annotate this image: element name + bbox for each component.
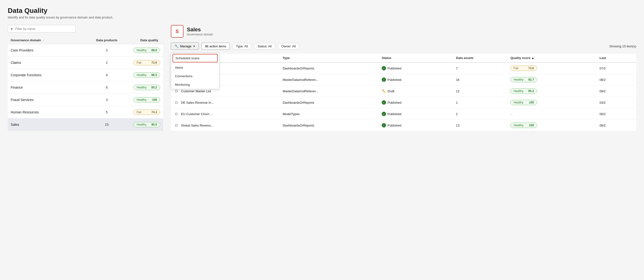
th-last[interactable]: Last [597,54,636,62]
domain-row-quality: Healthy 89.6 [121,48,160,53]
domain-list-item[interactable]: Finance 6 Healthy 93.2 [8,81,163,94]
quality-badge: Healthy 95.2 [510,88,537,94]
domain-list-item[interactable]: Fraud Services 3 Healthy 100 [8,94,163,106]
quality-status: Healthy [136,98,146,102]
th-status[interactable]: Status [379,54,453,62]
manage-dropdown-wrap: 🔧 Manage ▼ Scheduled scans Alerts Connec… [171,43,199,50]
domain-list-item[interactable]: Corporate Functions 4 Healthy 86.5 [8,69,163,81]
domain-type: Governance domain [187,33,213,36]
table-cell-status: ✓Published [379,74,453,86]
quality-status: Healthy [514,124,524,127]
table-cell-last: 08/2 [597,120,636,131]
status-label: Published [388,78,401,82]
table-cell-name: ⊡ EU Customer Churn ... [171,108,280,120]
domain-row-products: 15 [92,123,121,127]
status-filter-pill[interactable]: Status: All [254,43,275,50]
draft-icon: ✏️ [382,89,386,93]
filter-input[interactable] [8,25,76,33]
quality-score: 73.6 [528,67,534,70]
table-row[interactable]: ⊡ DE Sales Revenue In... DashboardsOrRep… [171,97,636,108]
table-cell-type: DashboardsOrReports [280,97,379,108]
quality-badge: Healthy 92.7 [510,77,537,82]
quality-badge: Healthy 100 [134,97,160,103]
quality-score: 100 [152,98,157,102]
table-header-row: Type Status Data assets Quality score ▲ … [171,54,636,62]
table-cell-status: ✓Published [379,108,453,120]
action-items-button[interactable]: 86 action items [202,43,230,50]
th-quality[interactable]: Quality score ▲ [508,54,596,62]
table-cell-quality: -- [508,108,596,120]
dropdown-item-alerts[interactable]: Alerts [171,63,219,72]
table-cell-quality: Fair 73.6 [508,62,596,74]
quality-score: 89.6 [152,49,157,52]
table-row[interactable]: ⊡ Customer Master List MasterDataAndRefe… [171,86,636,97]
filter-icon: ▼ [10,27,13,31]
domain-row-quality: Healthy 90.5 [121,122,160,127]
domain-row-name: Human Resources [11,110,92,114]
quality-status: Healthy [136,49,146,52]
quality-badge: Healthy 90.5 [134,122,160,127]
domain-avatar: S [171,25,184,38]
table-cell-type: ModelTypes [280,108,379,120]
left-panel: ▼ Governance domain ↑ Data products Data… [8,25,163,131]
product-name: EU Customer Churn ... [181,112,213,116]
table-row[interactable]: ⊡ Customer Master List DashboardsOrRepor… [171,62,636,74]
table-row[interactable]: ⊡ EU Customer Churn ... ModelTypes ✓Publ… [171,108,636,120]
check-icon: ✓ [382,112,386,116]
page-subtitle: Identify and fix data quality issues by … [8,16,636,19]
domain-row-quality: Healthy 86.5 [121,72,160,78]
col-products-header: Data products [92,38,121,42]
table-row[interactable]: ⊡ MasterDataAndReferen... MasterDataAndR… [171,74,636,86]
table-cell-quality: Healthy 92.7 [508,74,596,86]
domain-list-item[interactable]: Claims 2 Fair 73.9 [8,57,163,69]
dropdown-item-scheduled-scans[interactable]: Scheduled scans [172,54,218,62]
dropdown-item-connections[interactable]: Connections [171,72,219,80]
th-assets[interactable]: Data assets [453,54,508,62]
status-label: Published [388,67,401,70]
table-cell-status: ✓Published [379,120,453,131]
table-cell-last: 03/2 [597,97,636,108]
owner-filter-pill[interactable]: Owner: All [278,43,299,50]
table-cell-assets: 7 [453,62,508,74]
quality-badge: Healthy 93.2 [134,85,160,90]
quality-score: 73.9 [152,61,157,64]
quality-badge: Fair 73.9 [134,60,160,65]
quality-badge: Healthy 100 [510,123,537,128]
table-cell-assets: 12 [453,86,508,97]
chevron-down-icon: ▼ [193,45,195,48]
manage-button[interactable]: 🔧 Manage ▼ [171,43,199,50]
table-cell-type: DashboardsOrReports [280,62,379,74]
table-row[interactable]: ⊡ Global Sales Revenu... DashboardsOrRep… [171,120,636,131]
type-filter-pill[interactable]: Type: All [232,43,252,50]
th-type[interactable]: Type [280,54,379,62]
domain-list-item[interactable]: Care Providers 3 Healthy 89.6 [8,44,163,57]
right-panel: S Sales Governance domain 🔧 Manage ▼ S [171,25,636,131]
quality-score: 90.5 [152,123,157,126]
quality-status: Fair [136,111,142,114]
table-cell-status: ✏️Draft [379,86,453,97]
domain-list-item[interactable]: Sales 15 Healthy 90.5 [8,119,163,131]
domain-row-name: Corporate Functions [11,73,92,77]
quality-status: Healthy [136,123,146,126]
domain-row-products: 6 [92,86,121,89]
table-cell-assets: 2 [453,108,508,120]
table-cell-assets: 1 [453,97,508,108]
status-label: Published [388,112,401,116]
table-cell-type: MasterDataAndReferen... [280,86,379,97]
domain-list-item[interactable]: Human Resources 5 Fair 74.3 [8,106,163,119]
domain-row-products: 5 [92,110,121,114]
table-cell-assets: 16 [453,74,508,86]
toolbar: 🔧 Manage ▼ Scheduled scans Alerts Connec… [171,43,636,50]
quality-badge: Healthy 89.6 [134,48,160,53]
domain-row-name: Claims [11,61,92,65]
domain-row-name: Fraud Services [11,98,92,102]
domain-title: Sales [187,27,213,33]
dropdown-item-monitoring[interactable]: Monitoring [171,80,219,89]
domain-row-name: Care Providers [11,48,92,52]
sort-icon: ↑ [43,39,44,42]
quality-badge-none: -- [510,112,512,116]
quality-status: Healthy [514,89,524,93]
table-cell-status: ✓Published [379,62,453,74]
domain-header-info: Sales Governance domain [187,27,213,36]
check-icon: ✓ [382,78,386,82]
